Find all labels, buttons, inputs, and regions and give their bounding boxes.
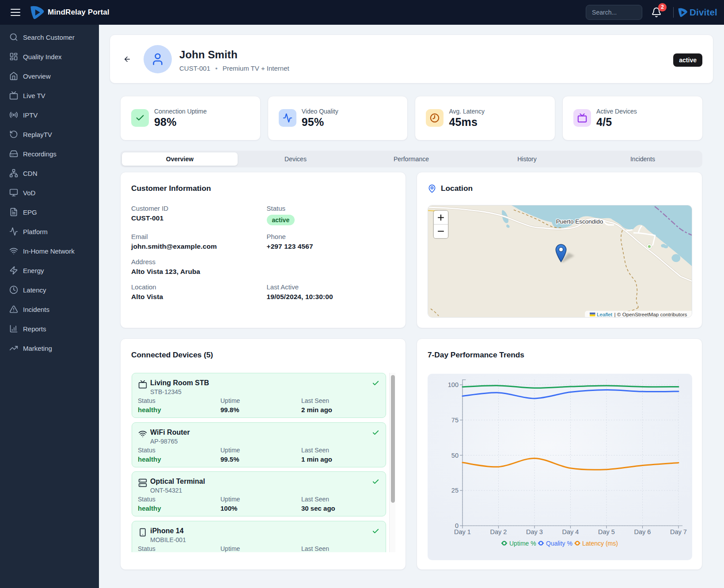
svg-text:100: 100 [448,381,459,388]
svg-text:Day 5: Day 5 [598,528,615,535]
svg-text:Puerto Escondido: Puerto Escondido [556,218,603,225]
svg-text:Day 4: Day 4 [562,528,579,535]
svg-text:Day 1: Day 1 [454,528,471,535]
svg-text:Latency (ms): Latency (ms) [582,540,618,547]
svg-text:Day 2: Day 2 [490,528,507,535]
svg-text:Day 7: Day 7 [670,528,687,535]
svg-text:25: 25 [451,487,459,494]
svg-text:Day 6: Day 6 [634,528,651,535]
svg-text:Day 3: Day 3 [526,528,543,535]
svg-text:| © OpenStreetMap contributors: | © OpenStreetMap contributors [614,311,687,317]
svg-text:Leaflet: Leaflet [597,311,613,317]
svg-text:50: 50 [451,452,459,459]
svg-text:75: 75 [451,417,459,424]
svg-text:Uptime %: Uptime % [509,540,536,547]
svg-text:Quality %: Quality % [546,540,572,547]
